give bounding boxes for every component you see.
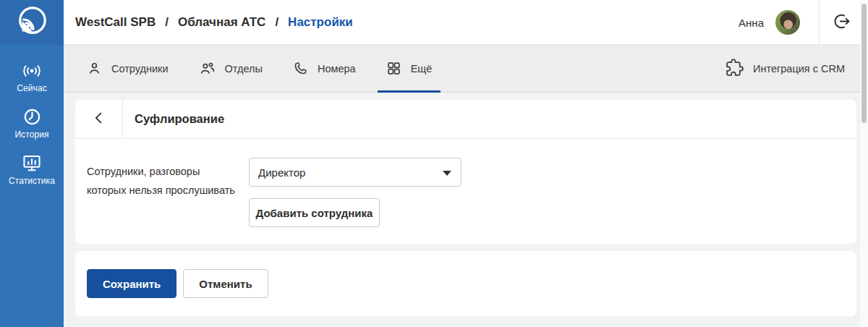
- sidebar-item-statistics[interactable]: Статистика: [0, 147, 64, 193]
- breadcrumb-settings[interactable]: Настройки: [288, 15, 353, 30]
- breadcrumb-separator: /: [165, 15, 169, 30]
- tab-more-label: Ещё: [411, 63, 433, 75]
- save-button[interactable]: Сохранить: [87, 269, 176, 298]
- form-fields: Директор Добавить сотрудника: [249, 158, 461, 227]
- chevron-left-icon: [91, 110, 107, 129]
- phone-icon: [293, 61, 308, 76]
- employee-select[interactable]: Директор: [249, 158, 461, 187]
- logout-button[interactable]: [826, 0, 858, 45]
- breadcrumb-separator: /: [275, 15, 278, 30]
- tab-departments[interactable]: Отделы: [190, 45, 271, 92]
- header-divider: [819, 0, 820, 45]
- sidebar-nav: Сейчас История: [0, 45, 64, 193]
- souffleur-panel: Суфлирование Сотрудники, разговоры котор…: [75, 100, 856, 244]
- person-icon: [87, 61, 102, 76]
- history-icon: [22, 107, 42, 127]
- user-name: Анна: [739, 17, 764, 29]
- employees-restriction-label: Сотрудники, разговоры которых нельзя про…: [87, 158, 249, 227]
- tab-departments-label: Отделы: [225, 63, 263, 75]
- tab-employees[interactable]: Сотрудники: [78, 45, 177, 92]
- puzzle-icon: [726, 59, 744, 79]
- tab-employees-label: Сотрудники: [111, 63, 169, 75]
- breadcrumb: WestCall SPB / Облачная АТС / Настройки: [75, 0, 353, 45]
- sidebar-item-now-label: Сейчас: [17, 83, 47, 93]
- panel-header: Суфлирование: [75, 100, 856, 139]
- broadcast-icon: [22, 61, 42, 80]
- app-window: Сейчас История: [0, 0, 868, 327]
- chevron-down-icon: [443, 171, 451, 176]
- crm-integration-link[interactable]: Интеграция с CRM: [726, 45, 845, 93]
- panel-body: Сотрудники, разговоры которых нельзя про…: [75, 139, 856, 227]
- section-tabbar: Сотрудники Отделы: [64, 45, 868, 93]
- sidebar-item-statistics-label: Статистика: [9, 176, 55, 186]
- cancel-button[interactable]: Отменить: [183, 269, 268, 298]
- westcall-logo[interactable]: [0, 0, 64, 45]
- add-employee-button[interactable]: Добавить сотрудника: [249, 198, 380, 227]
- actions-card: Сохранить Отменить: [75, 251, 856, 316]
- page-title: Суфлирование: [135, 112, 224, 126]
- westcall-logo-icon: [15, 4, 48, 41]
- tab-numbers-label: Номера: [318, 63, 356, 75]
- scrollbar-thumb[interactable]: [861, 4, 867, 123]
- logout-icon: [833, 12, 851, 33]
- top-header: WestCall SPB / Облачная АТС / Настройки …: [64, 0, 868, 45]
- sidebar-item-history-label: История: [14, 129, 48, 140]
- user-avatar[interactable]: [775, 10, 800, 35]
- employee-select-value: Директор: [258, 166, 305, 179]
- grid-icon: [386, 61, 401, 76]
- sidebar-item-now[interactable]: Сейчас: [0, 55, 64, 101]
- tab-numbers[interactable]: Номера: [284, 45, 365, 92]
- breadcrumb-product[interactable]: Облачная АТС: [178, 15, 265, 30]
- back-button[interactable]: [75, 100, 123, 139]
- crm-integration-label: Интеграция с CRM: [753, 63, 845, 75]
- sidebar: Сейчас История: [0, 0, 64, 327]
- scrollbar-track[interactable]: [860, 0, 868, 327]
- user-area: Анна: [739, 0, 800, 45]
- breadcrumb-account[interactable]: WestCall SPB: [75, 15, 156, 30]
- sidebar-item-history[interactable]: История: [0, 101, 64, 147]
- tab-more[interactable]: Ещё: [378, 45, 441, 92]
- tabs: Сотрудники Отделы: [64, 45, 454, 92]
- people-icon: [199, 61, 216, 76]
- statistics-icon: [22, 153, 42, 173]
